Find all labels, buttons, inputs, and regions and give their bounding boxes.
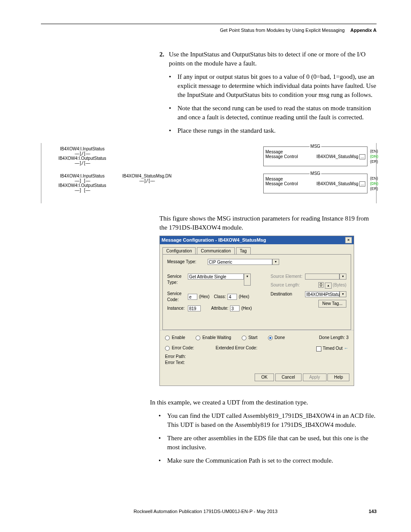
timed-out-checkbox[interactable] — [316, 346, 321, 352]
class-input[interactable]: 4 — [227, 294, 237, 300]
publication-info: Rockwell Automation Publication 1791DS-U… — [134, 509, 277, 514]
close-icon[interactable]: × — [345, 237, 352, 243]
service-code-label: Service Code: — [167, 291, 186, 303]
class-label: Class: — [214, 294, 226, 300]
status-indicator-icon — [242, 336, 246, 340]
message-type-label: Message Type: — [167, 259, 196, 265]
help-button[interactable]: Help — [327, 373, 349, 381]
after-bullet-3: •Make sure the Communication Path is set… — [150, 456, 377, 465]
instance-input[interactable]: 819 — [188, 305, 201, 311]
message-config-dialog: Message Configuration - IB4XOW4_StatusMs… — [159, 236, 354, 386]
tab-configuration[interactable]: Configuration — [162, 247, 196, 255]
status-indicator-icon — [196, 336, 200, 340]
source-element-input — [305, 274, 339, 280]
tab-tag[interactable]: Tag — [236, 247, 251, 255]
source-length-label: Source Length: — [271, 282, 300, 288]
error-text-label: Error Text: — [165, 360, 349, 366]
dropdown-arrow-icon[interactable]: ▾ — [339, 291, 346, 297]
after-bullet-1: •You can find the UDT called Assembly819… — [150, 411, 377, 429]
step-bullet-2: •Note that the second rung can be used t… — [169, 104, 377, 122]
ladder-diagram: IB4XOW4:I.InputStatus ——]/[—— IB4XOW4:I.… — [41, 143, 377, 203]
dropdown-arrow-icon[interactable]: ▾ — [272, 259, 279, 265]
step-2: 2. Use the InputStatus and OutputStatus … — [159, 50, 377, 68]
tab-communication[interactable]: Communication — [197, 247, 234, 255]
chapter-title: Get Point Status from Modules by Using E… — [220, 28, 345, 33]
attribute-input[interactable]: 3 — [230, 305, 240, 311]
source-element-label: Source Element: — [271, 274, 302, 280]
message-type-select[interactable]: CIP Generic — [208, 259, 272, 265]
service-code-input[interactable]: e — [188, 294, 197, 300]
step-bullet-3: •Place these rungs in the standard task. — [169, 126, 377, 135]
status-indicator-icon — [165, 336, 170, 340]
step-number: 2. — [159, 50, 169, 68]
page-header: Get Point Status from Modules by Using E… — [41, 28, 377, 33]
page-footer: Rockwell Automation Publication 1791DS-U… — [0, 509, 411, 514]
figure-caption: This figure shows the MSG instruction pa… — [159, 214, 377, 232]
dialog-title: Message Configuration - IB4XOW4_StatusMs… — [162, 237, 266, 243]
dropdown-arrow-icon[interactable]: ▾ — [244, 274, 251, 286]
appendix-label: Appendix A — [350, 28, 377, 33]
msg-instruction-2: MSG Message Message Control IB4XOW4_Stat… — [263, 174, 367, 193]
source-length-input: 0 — [318, 282, 324, 288]
cancel-button[interactable]: Cancel — [275, 373, 302, 381]
dropdown-arrow-icon: ▾ — [339, 274, 346, 280]
destination-select[interactable]: IB4XOW4PtStatus — [305, 291, 339, 297]
ok-button[interactable]: OK — [255, 373, 274, 381]
apply-button: Apply — [303, 373, 327, 381]
dialog-titlebar: Message Configuration - IB4XOW4_StatusMs… — [160, 236, 354, 244]
example-intro: In this example, we created a UDT from t… — [150, 398, 377, 407]
new-tag-button[interactable]: New Tag... — [318, 300, 346, 308]
after-bullet-2: •There are other assemblies in the EDS f… — [150, 434, 377, 452]
destination-label: Destination — [271, 291, 292, 297]
spinner-icon: ▴ — [325, 283, 332, 288]
arrow-icon: ← — [344, 345, 349, 351]
step-text: Use the InputStatus and OutputStatus bit… — [169, 50, 377, 68]
status-indicator-icon — [268, 336, 273, 340]
service-type-select[interactable]: Get Attribute Single — [188, 274, 244, 280]
error-path-label: Error Path: — [165, 354, 349, 360]
attribute-label: Attribute: — [211, 305, 228, 311]
page-number: 143 — [369, 509, 377, 514]
status-indicator-icon — [165, 346, 170, 351]
msg-instruction-1: MSG Message Message Control IB4XOW4_Stat… — [263, 146, 367, 166]
service-type-label: Service Type: — [167, 274, 186, 286]
instance-label: Instance: — [167, 305, 186, 311]
step-bullet-1: •If any input or output status bit goes … — [169, 72, 377, 100]
